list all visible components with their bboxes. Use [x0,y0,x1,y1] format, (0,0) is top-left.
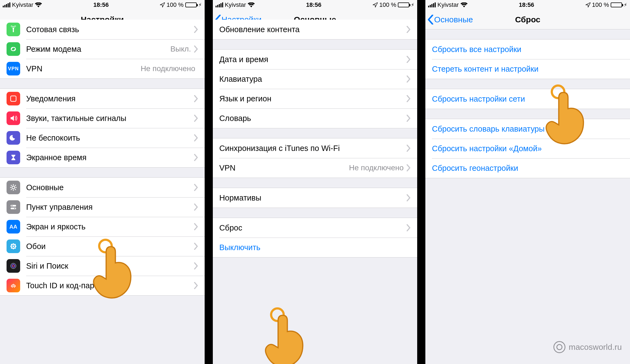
wifi-icon [461,2,468,7]
status-bar: Kyivstar 18:56 100 % ⚡︎ [0,0,205,10]
row-label: Сотовая связь [26,25,194,34]
row-label: VPN [219,163,349,172]
settings-row[interactable]: Сбросить словарь клавиатуры [425,119,630,139]
svg-rect-37 [222,2,223,7]
general-list[interactable]: Обновление контентаДата и времяКлавиатур… [213,29,417,364]
row-label: Сбросить настройки «Домой» [432,144,623,153]
carrier-name: Kyivstar [12,1,33,8]
settings-row[interactable]: Стереть контент и настройки [425,59,630,79]
settings-row[interactable]: Выключить [213,238,417,257]
settings-row[interactable]: Уведомления [0,89,205,108]
settings-list[interactable]: Сотовая связьРежим модемаВыкл.VPNVPNНе п… [0,29,205,364]
screenshot-1-settings: Kyivstar 18:56 100 % ⚡︎ Настройки Сотова… [0,0,205,364]
settings-row[interactable]: Звуки, тактильные сигналы [0,108,205,128]
row-label: Обои [26,242,194,251]
settings-row[interactable]: Не беспокоить [0,128,205,148]
settings-row[interactable]: Обновление контента [213,20,417,39]
battery-percent: 100 % [379,1,396,8]
gear-icon [7,181,20,194]
row-label: Основные [26,183,194,192]
settings-row[interactable]: Обои [0,236,205,256]
settings-row[interactable]: Siri и Поиск [0,256,205,276]
settings-row[interactable]: Сброс [213,218,417,238]
status-time: 18:56 [93,1,109,8]
chevron-right-icon [406,26,411,33]
chevron-right-icon [406,75,411,83]
settings-row[interactable]: Нормативы [213,188,417,208]
row-label: Нормативы [219,193,407,202]
chevron-right-icon [406,224,411,231]
row-label: Siri и Поиск [26,262,194,271]
row-label: Не беспокоить [26,134,194,142]
row-label: Обновление контента [219,25,407,34]
moon-icon [7,131,20,145]
carrier-name: Kyivstar [437,1,459,8]
watermark-text: macosworld.ru [569,342,622,352]
settings-row[interactable]: Режим модемаВыкл. [0,39,205,59]
screenshot-3-reset: Kyivstar 18:56 100 % ⚡︎ Основные Сброс С… [425,0,630,364]
svg-rect-40 [431,4,432,7]
chevron-right-icon [406,56,411,63]
cellular-signal-icon [428,2,436,7]
settings-row[interactable]: Язык и регион [213,89,417,108]
svg-point-27 [14,244,16,245]
svg-point-25 [15,245,16,247]
speaker-icon [7,111,20,125]
chevron-right-icon [406,115,411,122]
settings-row[interactable]: AAЭкран и яркость [0,217,205,236]
settings-row[interactable]: Сбросить геонастройки [425,158,630,178]
aa-icon: AA [7,220,20,233]
settings-row[interactable]: Пункт управления [0,197,205,217]
settings-row[interactable]: Сотовая связь [0,20,205,39]
settings-row[interactable]: Дата и время [213,50,417,69]
back-button[interactable]: Основные [428,10,473,29]
svg-rect-42 [435,2,436,7]
row-label: Выключить [219,243,411,252]
settings-row[interactable]: Экранное время [0,148,205,167]
carrier-name: Kyivstar [225,1,246,8]
settings-row[interactable]: Touch ID и код-пароль [0,276,205,295]
charging-icon: ⚡︎ [411,2,414,8]
chevron-right-icon [194,115,198,122]
settings-row[interactable]: Клавиатура [213,69,417,89]
chevron-right-icon [194,262,198,269]
row-label: Стереть контент и настройки [432,65,623,74]
svg-point-21 [13,245,14,247]
svg-rect-38 [428,6,429,7]
settings-row[interactable]: Сбросить все настройки [425,40,630,59]
status-bar: Kyivstar 18:56 100 % ⚡︎ [213,0,417,10]
svg-rect-33 [216,6,217,7]
svg-line-16 [15,185,16,186]
settings-row[interactable]: Синхронизация с iTunes по Wi-Fi [213,138,417,158]
flower-icon [7,239,20,253]
row-label: Сброс [219,223,407,232]
row-label: Звуки, тактильные сигналы [26,114,194,123]
row-label: Сбросить геонастройки [432,164,623,173]
reset-list[interactable]: Сбросить все настройкиСтереть контент и … [425,29,630,364]
row-detail: Не подключено [141,64,195,73]
hourglass-icon [7,151,20,164]
svg-line-15 [11,189,12,190]
svg-rect-39 [430,5,431,7]
chevron-right-icon [406,95,411,102]
settings-row[interactable]: Сбросить настройки сети [425,89,630,109]
chevron-right-icon [194,204,198,211]
vpn-icon: VPN [7,62,20,75]
svg-rect-6 [13,29,14,32]
settings-row[interactable]: Словарь [213,108,417,128]
settings-row[interactable]: Основные [0,178,205,197]
svg-rect-0 [3,6,4,7]
chevron-right-icon [406,145,411,152]
svg-point-19 [11,205,13,206]
row-label: Экранное время [26,153,194,162]
row-label: Режим модема [26,45,170,54]
chevron-right-icon [194,26,198,33]
row-detail: Не подключено [349,163,404,172]
settings-row[interactable]: Сбросить настройки «Домой» [425,139,630,158]
settings-row[interactable]: VPNVPNНе подключено [0,59,205,78]
settings-row[interactable]: VPNНе подключено [213,158,417,178]
location-icon [586,2,590,7]
row-label: VPN [26,64,141,73]
battery-icon [398,2,409,7]
chevron-right-icon [194,95,198,102]
